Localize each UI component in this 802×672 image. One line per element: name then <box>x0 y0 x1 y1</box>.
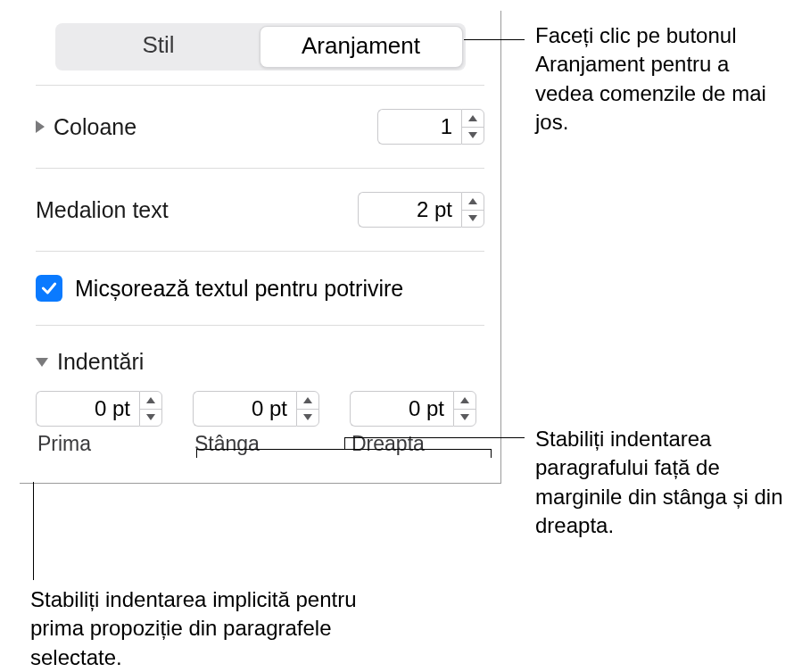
indent-prima-down[interactable] <box>140 410 161 427</box>
callout-top: Faceți clic pe butonul Aranjament pentru… <box>535 21 785 137</box>
columns-stepper <box>377 109 484 145</box>
row-shrink-text: Micșorează textul pentru potrivire <box>20 252 500 325</box>
callout-bracket-left <box>196 449 197 458</box>
columns-step-down[interactable] <box>462 128 484 145</box>
indent-prima-input[interactable] <box>36 391 139 427</box>
columns-label: Coloane <box>54 114 136 140</box>
callout-line <box>344 437 525 438</box>
chevron-down-icon <box>303 414 312 420</box>
chevron-up-icon <box>303 397 312 403</box>
indent-dreapta-stepper <box>350 391 476 427</box>
indent-prima-buttons <box>139 391 162 427</box>
shrink-label: Micșorează textul pentru potrivire <box>75 276 403 302</box>
check-icon <box>40 279 58 297</box>
indents-row: Prima Stânga <box>36 391 484 456</box>
columns-input[interactable] <box>377 109 461 145</box>
indent-dreapta-caption: Dreapta <box>350 432 476 456</box>
indent-stanga-input[interactable] <box>193 391 296 427</box>
chevron-down-icon <box>146 414 155 420</box>
callout-line <box>33 482 34 580</box>
indent-prima-up[interactable] <box>140 392 161 410</box>
indent-prima-stepper <box>36 391 162 427</box>
indent-col-prima: Prima <box>36 391 162 456</box>
indent-dreapta-buttons <box>453 391 476 427</box>
indents-group: Prima Stânga <box>20 386 500 483</box>
indent-dreapta-up[interactable] <box>454 392 475 410</box>
chevron-up-icon <box>460 397 469 403</box>
tab-stil[interactable]: Stil <box>58 26 260 68</box>
medallion-step-up[interactable] <box>462 193 484 211</box>
indents-label: Indentări <box>57 349 144 375</box>
chevron-up-icon <box>468 198 477 204</box>
callout-bracket-stem <box>344 437 345 449</box>
tab-aranjament[interactable]: Aranjament <box>260 26 463 68</box>
format-panel: Stil Aranjament Coloane Medalion text <box>20 11 501 484</box>
indent-col-stanga: Stânga <box>193 391 319 456</box>
chevron-down-icon <box>468 215 477 221</box>
chevron-up-icon <box>468 115 477 121</box>
columns-stepper-buttons <box>461 109 484 145</box>
medallion-input[interactable] <box>358 192 461 228</box>
indents-label-wrap: Indentări <box>36 349 144 375</box>
indent-col-dreapta: Dreapta <box>350 391 476 456</box>
callout-bottom: Stabiliți indentarea implicită pentru pr… <box>30 585 387 672</box>
columns-step-up[interactable] <box>462 110 484 128</box>
chevron-down-icon <box>468 132 477 138</box>
callout-bracket-top <box>196 449 491 450</box>
indent-stanga-buttons <box>296 391 319 427</box>
callout-line <box>464 39 525 40</box>
row-indents-header: Indentări <box>20 326 500 386</box>
shrink-checkbox[interactable] <box>36 275 62 302</box>
chevron-down-icon <box>460 414 469 420</box>
columns-label-wrap: Coloane <box>36 114 136 140</box>
indent-prima-caption: Prima <box>36 432 162 456</box>
indent-stanga-caption: Stânga <box>193 432 319 456</box>
medallion-step-down[interactable] <box>462 211 484 228</box>
chevron-down-icon[interactable] <box>36 358 48 367</box>
indent-stanga-up[interactable] <box>297 392 318 410</box>
chevron-up-icon <box>146 397 155 403</box>
row-medallion: Medalion text <box>20 169 500 251</box>
indent-dreapta-input[interactable] <box>350 391 453 427</box>
medallion-stepper <box>358 192 484 228</box>
indent-dreapta-down[interactable] <box>454 410 475 427</box>
medallion-label: Medalion text <box>36 197 169 223</box>
callout-bracket-right <box>491 449 492 458</box>
medallion-stepper-buttons <box>461 192 484 228</box>
callout-right: Stabiliți indentarea paragrafului față d… <box>535 425 794 541</box>
segmented-tabs: Stil Aranjament <box>20 23 500 85</box>
indent-stanga-stepper <box>193 391 319 427</box>
row-columns: Coloane <box>20 86 500 168</box>
indent-stanga-down[interactable] <box>297 410 318 427</box>
chevron-right-icon[interactable] <box>36 120 45 133</box>
segmented-control: Stil Aranjament <box>55 23 466 71</box>
